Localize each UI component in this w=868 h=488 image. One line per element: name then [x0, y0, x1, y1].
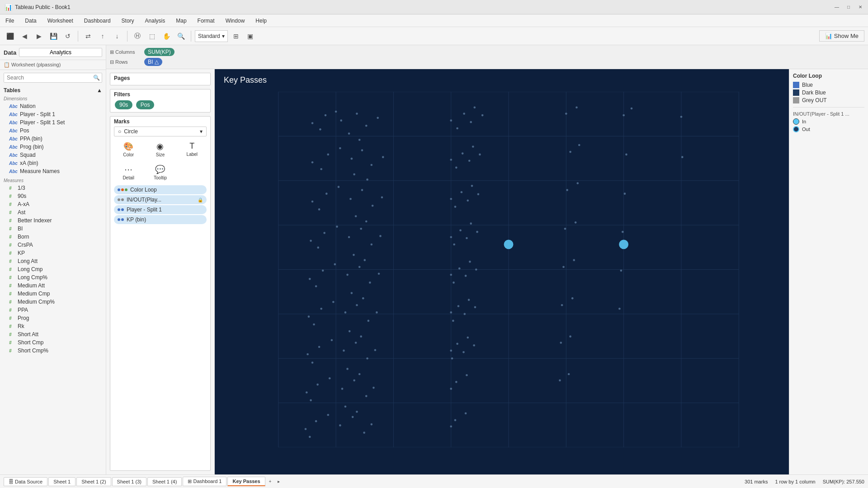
svg-point-77: [349, 330, 351, 333]
columns-pill[interactable]: SUM(KP): [144, 48, 175, 56]
add-sheet-btn[interactable]: +: [266, 477, 274, 486]
svg-point-75: [368, 320, 370, 322]
field-born[interactable]: # Born: [0, 233, 106, 241]
field-ppa[interactable]: # PPA: [0, 306, 106, 314]
marks-color-card[interactable]: 🎨 Color: [114, 139, 143, 160]
toolbar-grid-btn[interactable]: ⊞: [230, 30, 242, 42]
search-input[interactable]: [4, 73, 91, 82]
maximize-button[interactable]: □: [845, 4, 852, 10]
field-axa[interactable]: # A-xA: [0, 200, 106, 208]
marks-pill-player-split1[interactable]: Player - Split 1: [114, 205, 207, 214]
minimize-button[interactable]: —: [834, 4, 840, 10]
field-medium-att-label: Medium Att: [18, 282, 45, 289]
toolbar-back-btn[interactable]: ◀: [18, 30, 31, 42]
field-player-split1[interactable]: Abc Player - Split 1: [0, 110, 106, 118]
field-prog[interactable]: # Prog: [0, 314, 106, 322]
field-prog-bin[interactable]: Abc Prog (bin): [0, 143, 106, 151]
sheet-nav-btn[interactable]: ▸: [275, 477, 283, 486]
tab-dashboard1[interactable]: ⊞ Dashboard 1: [183, 477, 226, 486]
menu-story[interactable]: Story: [120, 17, 136, 25]
svg-point-159: [566, 189, 568, 191]
svg-point-176: [620, 270, 623, 272]
field-long-att[interactable]: # Long Att: [0, 257, 106, 265]
field-90s[interactable]: # 90s: [0, 192, 106, 200]
field-rk[interactable]: # Rk: [0, 322, 106, 330]
svg-point-152: [450, 425, 452, 427]
svg-point-36: [382, 156, 384, 158]
marks-tooltip-card[interactable]: 💬 Tooltip: [146, 162, 175, 183]
toolbar-swap-btn[interactable]: ⇄: [82, 30, 94, 42]
analytics-button[interactable]: Analytics: [19, 48, 102, 57]
marks-pill-color-loop[interactable]: Color Loop: [114, 185, 207, 194]
field-short-cmp[interactable]: # Short Cmp: [0, 338, 106, 347]
rows-pill[interactable]: BI △: [144, 58, 162, 66]
toolbar-forward-btn[interactable]: ▶: [33, 30, 45, 42]
menu-file[interactable]: File: [4, 17, 16, 25]
svg-point-162: [575, 221, 577, 224]
toolbar-sort-asc-btn[interactable]: ↑: [96, 30, 109, 42]
field-measure-names[interactable]: Abc Measure Names: [0, 167, 106, 175]
field-ppa-bin[interactable]: Abc PPA (bin): [0, 135, 106, 143]
menu-data[interactable]: Data: [23, 17, 38, 25]
toolbar-refresh-btn[interactable]: ↺: [61, 30, 74, 42]
field-medium-cmp[interactable]: # Medium Cmp: [0, 290, 106, 298]
tab-sheet1-4[interactable]: Sheet 1 (4): [147, 477, 182, 486]
tab-sheet1-2[interactable]: Sheet 1 (2): [76, 477, 111, 486]
field-short-cmppct[interactable]: # Short Cmp%: [0, 347, 106, 355]
field-ast[interactable]: # Ast: [0, 208, 106, 216]
menu-map[interactable]: Map: [174, 17, 188, 25]
field-short-att[interactable]: # Short Att: [0, 330, 106, 338]
tab-sheet1[interactable]: Sheet 1: [48, 477, 75, 486]
close-button[interactable]: ✕: [857, 4, 863, 10]
toolbar-home-btn[interactable]: ⬛: [4, 30, 16, 42]
field-long-cmp[interactable]: # Long Cmp: [0, 265, 106, 273]
filter-pos[interactable]: Pos: [136, 100, 155, 109]
menu-help[interactable]: Help: [254, 17, 269, 25]
marks-detail-card[interactable]: ⋯ Detail: [114, 162, 143, 183]
toolbar-select-btn[interactable]: ⬚: [146, 30, 158, 42]
tooltip-label: Tooltip: [154, 175, 167, 180]
tab-sheet1-3[interactable]: Sheet 1 (3): [112, 477, 146, 486]
field-medium-cmppct[interactable]: # Medium Cmp%: [0, 298, 106, 306]
toolbar-present-btn[interactable]: ▣: [244, 30, 257, 42]
menu-dashboard[interactable]: Dashboard: [82, 17, 113, 25]
field-nation[interactable]: Abc Nation: [0, 102, 106, 110]
field-1-3[interactable]: # 1/3: [0, 184, 106, 192]
expand-icon[interactable]: ▲: [97, 87, 102, 94]
toolbar-zoom-btn[interactable]: 🔍: [175, 30, 187, 42]
svg-point-98: [356, 411, 358, 413]
menu-window[interactable]: Window: [224, 17, 247, 25]
marks-type-dropdown[interactable]: ○ Circle ▾: [114, 127, 207, 136]
toolbar-pan-btn[interactable]: ✋: [160, 30, 173, 42]
dropdown-arrow-icon: ▾: [222, 33, 225, 39]
marks-label-card[interactable]: T Label: [178, 139, 207, 160]
field-medium-att[interactable]: # Medium Att: [0, 282, 106, 290]
field-pos[interactable]: Abc Pos: [0, 127, 106, 135]
rows-label: ⊟ Rows: [110, 59, 142, 65]
field-squad[interactable]: Abc Squad: [0, 151, 106, 159]
field-kp[interactable]: # KP: [0, 249, 106, 257]
toolbar-save-btn[interactable]: 💾: [47, 30, 60, 42]
field-crspa[interactable]: # CrsPA: [0, 241, 106, 249]
field-better-indexer[interactable]: # Better Indexer: [0, 216, 106, 225]
menu-format[interactable]: Format: [196, 17, 217, 25]
menu-worksheet[interactable]: Worksheet: [46, 17, 75, 25]
field-player-split1-set[interactable]: Abc Player - Split 1 Set: [0, 118, 106, 127]
tab-key-passes[interactable]: Key Passes: [227, 477, 265, 486]
chart-area: Key Passes: [215, 69, 789, 474]
field-bi[interactable]: # BI: [0, 225, 106, 233]
marks-pill-inout[interactable]: IN/OUT(Play... 🔒: [114, 195, 207, 204]
filters-section: Filters 90s Pos: [110, 89, 211, 113]
show-me-button[interactable]: 📊 Show Me: [819, 30, 864, 42]
tab-data-source[interactable]: 🗄 Data Source: [4, 477, 47, 486]
marks-size-card[interactable]: ◉ Size: [146, 139, 175, 160]
marks-pill-kp-bin[interactable]: KP (bin): [114, 215, 207, 224]
svg-point-107: [450, 119, 452, 122]
field-xa-bin[interactable]: Abc xA (bin): [0, 159, 106, 167]
toolbar-highlight-btn[interactable]: Ⓗ: [131, 30, 144, 42]
standard-dropdown[interactable]: Standard ▾: [195, 30, 228, 42]
field-long-cmppct[interactable]: # Long Cmp%: [0, 273, 106, 282]
toolbar-sort-desc-btn[interactable]: ↓: [111, 30, 123, 42]
menu-analysis[interactable]: Analysis: [143, 17, 167, 25]
filter-90s[interactable]: 90s: [115, 100, 132, 109]
